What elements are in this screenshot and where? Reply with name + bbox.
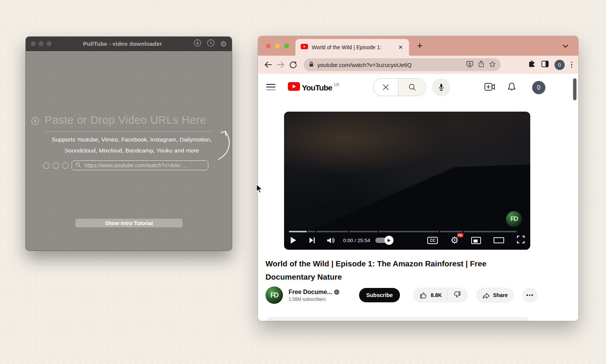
share-arrow-icon bbox=[482, 292, 490, 299]
search-box bbox=[373, 78, 426, 96]
volume-icon[interactable] bbox=[326, 237, 335, 244]
tab-search-chevron-icon[interactable] bbox=[562, 43, 569, 50]
autoplay-toggle[interactable] bbox=[375, 238, 393, 243]
youtube-logo[interactable]: YouTube UA bbox=[288, 82, 339, 93]
url-text[interactable]: youtube.com/watch?v=3uzucyoUe6Q bbox=[317, 62, 463, 68]
window-minimize-button[interactable] bbox=[275, 44, 280, 48]
address-bar[interactable]: youtube.com/watch?v=3uzucyoUe6Q bbox=[304, 58, 501, 71]
notifications-bell-icon[interactable] bbox=[507, 82, 516, 93]
url-input-value: https://www.youtube.com/watch?v=AAv ... bbox=[84, 162, 186, 168]
progress-segment[interactable] bbox=[464, 231, 517, 232]
progress-segment[interactable] bbox=[379, 231, 439, 232]
channel-watermark[interactable]: FD bbox=[506, 211, 522, 227]
search-clear-button[interactable] bbox=[373, 79, 398, 96]
browser-menu-kebab-icon[interactable] bbox=[570, 61, 573, 69]
pulltube-minimize-button[interactable] bbox=[39, 41, 44, 46]
reload-button[interactable] bbox=[288, 61, 298, 68]
youtube-page: YouTube UA bbox=[258, 74, 578, 321]
divider bbox=[45, 131, 212, 132]
browser-tab-strip[interactable]: World of the Wild | Episode 1: ✕ + bbox=[258, 36, 578, 56]
next-button[interactable] bbox=[309, 237, 315, 244]
player-settings-gear-icon[interactable]: ⚙ HD bbox=[450, 236, 459, 245]
browser-profile-avatar[interactable]: 0 bbox=[554, 60, 565, 70]
share-icon[interactable] bbox=[478, 61, 484, 69]
like-button[interactable]: 8.8K bbox=[414, 291, 447, 299]
hd-quality-badge: HD bbox=[457, 233, 463, 237]
video-player[interactable]: FD 0:00 / 25:54 bbox=[284, 112, 530, 250]
page-scrollbar-thumb[interactable] bbox=[573, 78, 576, 100]
theater-mode-button[interactable] bbox=[494, 237, 504, 243]
tab-favicon-youtube-icon bbox=[301, 44, 308, 51]
progress-segment[interactable] bbox=[316, 231, 348, 232]
time-display: 0:00 / 25:54 bbox=[343, 238, 370, 243]
supported-sites-line1: Supports Youtube, Vimeo, Facebook, Insta… bbox=[37, 134, 226, 145]
desktop: PullTube - video downloader ⚙ Paste or D… bbox=[0, 0, 606, 364]
guide-hamburger-icon[interactable] bbox=[266, 84, 275, 90]
browser-window: World of the Wild | Episode 1: ✕ + bbox=[258, 36, 578, 321]
share-button[interactable]: Share bbox=[476, 288, 514, 303]
browser-toolbar: youtube.com/watch?v=3uzucyoUe6Q bbox=[258, 56, 578, 74]
progress-segment[interactable] bbox=[440, 231, 462, 232]
channel-subscribers: 1.56M subscribers bbox=[289, 297, 352, 302]
pulltube-window: PullTube - video downloader ⚙ Paste or D… bbox=[26, 37, 232, 250]
share-label: Share bbox=[493, 292, 508, 298]
window-zoom-button[interactable] bbox=[284, 44, 289, 48]
fullscreen-button[interactable] bbox=[517, 235, 525, 245]
new-tab-button[interactable]: + bbox=[417, 40, 423, 51]
option-dot-1[interactable] bbox=[43, 162, 50, 169]
mouse-cursor bbox=[256, 184, 264, 195]
create-video-icon[interactable] bbox=[484, 83, 495, 92]
youtube-play-icon bbox=[288, 82, 300, 91]
like-count: 8.8K bbox=[431, 292, 442, 298]
youtube-header: YouTube UA bbox=[258, 74, 578, 101]
window-close-button[interactable] bbox=[266, 44, 271, 48]
bookmark-star-icon[interactable] bbox=[489, 61, 496, 69]
search-submit-button[interactable] bbox=[398, 79, 426, 96]
drop-zone-placeholder[interactable]: Paste or Drop Video URLs Here bbox=[45, 114, 212, 126]
extensions-puzzle-icon[interactable] bbox=[528, 60, 536, 69]
add-url-icon[interactable] bbox=[31, 117, 39, 127]
progress-segment[interactable] bbox=[349, 231, 378, 232]
more-actions-button[interactable] bbox=[522, 288, 537, 303]
subtitles-cc-button[interactable]: CC bbox=[427, 237, 438, 244]
supported-sites-line2: Soundcloud, Mixcloud, Bandcamp, Youku an… bbox=[37, 145, 226, 156]
browser-tab-active[interactable]: World of the Wild | Episode 1: ✕ bbox=[295, 39, 409, 56]
lock-icon[interactable] bbox=[309, 61, 314, 69]
subscribe-button[interactable]: Subscribe bbox=[359, 288, 400, 302]
pulltube-zoom-button[interactable] bbox=[47, 41, 52, 46]
downloads-icon[interactable] bbox=[194, 39, 201, 48]
tab-close-icon[interactable]: ✕ bbox=[397, 44, 404, 51]
channel-avatar[interactable]: FD bbox=[266, 286, 283, 304]
video-actions-row: FD Free Docume... ✓ 1.56M subscribers Su… bbox=[266, 284, 572, 306]
settings-gear-icon[interactable]: ⚙ bbox=[220, 40, 227, 48]
player-controls: 0:00 / 25:54 CC ⚙ HD bbox=[290, 234, 525, 247]
autoplay-toggle-knob bbox=[384, 236, 394, 245]
side-panel-icon[interactable] bbox=[541, 61, 549, 69]
progress-segment[interactable] bbox=[308, 231, 315, 232]
voice-search-button[interactable] bbox=[432, 78, 450, 96]
pulltube-titlebar[interactable]: PullTube - video downloader ⚙ bbox=[26, 37, 232, 51]
option-dot-3[interactable] bbox=[62, 162, 69, 169]
player-progress-bar[interactable] bbox=[289, 231, 525, 232]
video-title: World of the Wild | Episode 1: The Amazo… bbox=[266, 257, 523, 283]
url-input[interactable]: https://www.youtube.com/watch?v=AAv ... bbox=[72, 160, 208, 170]
verified-badge-icon: ✓ bbox=[334, 289, 339, 295]
install-app-icon[interactable] bbox=[466, 61, 473, 69]
description-box[interactable] bbox=[266, 317, 529, 321]
back-button[interactable] bbox=[263, 61, 273, 68]
pulltube-close-button[interactable] bbox=[31, 41, 36, 46]
forward-button[interactable] bbox=[276, 61, 286, 68]
option-dot-2[interactable] bbox=[53, 162, 59, 169]
thumb-down-icon bbox=[453, 291, 461, 299]
tab-title: World of the Wild | Episode 1: bbox=[312, 44, 394, 50]
show-intro-tutorial-button[interactable]: Show Intro Tutorial bbox=[75, 219, 183, 227]
channel-name[interactable]: Free Docume... bbox=[289, 289, 332, 296]
like-dislike-pill: 8.8K bbox=[413, 288, 468, 303]
thumb-up-icon bbox=[420, 291, 428, 299]
account-avatar[interactable]: 0 bbox=[532, 81, 545, 94]
history-icon[interactable] bbox=[207, 39, 215, 48]
miniplayer-button[interactable] bbox=[471, 237, 481, 244]
dislike-button[interactable] bbox=[448, 291, 466, 300]
progress-segment[interactable] bbox=[289, 231, 307, 232]
play-button[interactable] bbox=[290, 236, 297, 244]
